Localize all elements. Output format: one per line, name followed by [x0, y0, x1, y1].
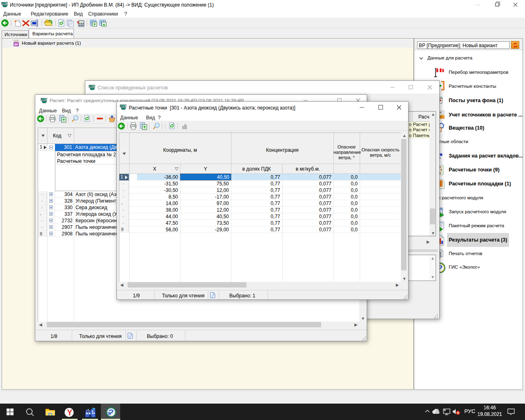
svg-text:ВР: ВР — [14, 43, 18, 46]
